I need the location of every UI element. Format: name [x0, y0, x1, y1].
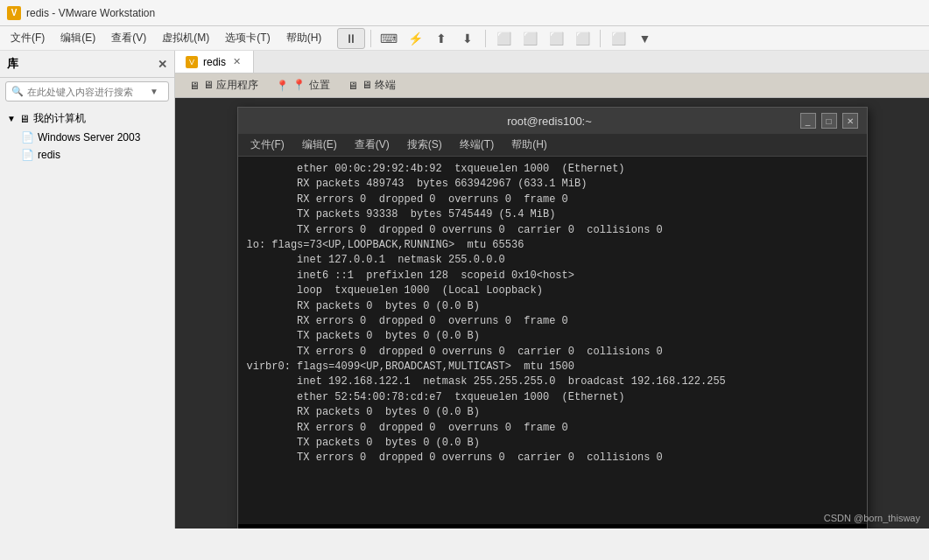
- tree-expand-icon[interactable]: ▼: [7, 114, 16, 123]
- terminal-window: root@redis100:~ _ □ ✕ 文件(F) 编辑(E) 查看(V) …: [237, 107, 868, 528]
- location-label: 📍 位置: [292, 78, 329, 93]
- tab-close-button[interactable]: ✕: [231, 56, 243, 67]
- menu-edit[interactable]: 编辑(E): [53, 28, 102, 48]
- vm-terminal-button[interactable]: 🖥 🖥 终端: [341, 76, 403, 94]
- manage-button[interactable]: ⬜: [544, 27, 568, 50]
- pause-button[interactable]: ⏸: [337, 28, 365, 49]
- tree-root: ▼ 🖥 我的计算机: [0, 108, 174, 129]
- suspend-button[interactable]: ⬆: [429, 27, 454, 50]
- terminal-line: RX packets 0 bytes 0 (0.0 B): [247, 299, 858, 314]
- sidebar-item-label-windows: Windows Server 2003: [38, 131, 140, 144]
- applications-icon: 🖥: [189, 80, 200, 92]
- terminal-window-buttons: _ □ ✕: [800, 113, 858, 129]
- sidebar: 库 ✕ 🔍 ▼ ▼ 🖥 我的计算机 📄 Windows Server 2003 …: [0, 51, 175, 528]
- terminal-line: virbr0: flags=4099<UP,BROADCAST,MULTICAS…: [247, 360, 858, 374]
- snapshot-button[interactable]: ⬜: [491, 27, 516, 50]
- menu-view[interactable]: 查看(V): [104, 28, 153, 48]
- sidebar-title: 库: [7, 56, 18, 72]
- sidebar-header: 库 ✕: [0, 51, 174, 78]
- resume-button[interactable]: ⬇: [455, 27, 480, 50]
- toolbar-sep-1: [370, 30, 371, 47]
- menu-vm[interactable]: 虚拟机(M): [155, 28, 216, 48]
- terminal-menu-help[interactable]: 帮助(H): [506, 136, 552, 154]
- full-screen-button[interactable]: ⬜: [570, 27, 595, 50]
- terminal-line: inet 192.168.122.1 netmask 255.255.255.0…: [247, 374, 858, 389]
- sidebar-close-button[interactable]: ✕: [158, 58, 167, 71]
- terminal-output: ether 00:0c:29:92:4b:92 txqueuelen 1000 …: [238, 157, 867, 524]
- menu-help[interactable]: 帮助(H): [279, 28, 329, 48]
- terminal-menu-terminal[interactable]: 终端(T): [454, 136, 499, 154]
- app-icon: V: [7, 6, 21, 20]
- search-icon: 🔍: [11, 86, 24, 97]
- computer-icon: 🖥: [19, 113, 30, 125]
- tab-vm-icon: V: [186, 56, 198, 68]
- terminal-line: TX errors 0 dropped 0 overruns 0 carrier…: [247, 223, 858, 238]
- toolbar-sep-2: [485, 30, 486, 47]
- send-ctrl-alt-del-button[interactable]: ⌨: [377, 27, 401, 50]
- revert-button[interactable]: ⬜: [517, 27, 542, 50]
- terminal-line: RX packets 489743 bytes 663942967 (633.1…: [247, 177, 858, 192]
- terminal-menu-file[interactable]: 文件(F): [245, 136, 290, 154]
- title-bar: V redis - VMware Workstation: [0, 0, 929, 26]
- applications-label: 🖥 应用程序: [203, 78, 258, 93]
- terminal-title-bar: root@redis100:~ _ □ ✕: [238, 108, 867, 134]
- terminal-close-button[interactable]: ✕: [842, 113, 858, 129]
- terminal-line: inet 127.0.0.1 netmask 255.0.0.0: [247, 253, 858, 268]
- search-input[interactable]: [27, 87, 150, 97]
- my-computer-label: 我的计算机: [33, 111, 86, 126]
- vm-toolbar: 🖥 🖥 应用程序 📍 📍 位置 🖥 🖥 终端: [175, 74, 929, 98]
- unity-button[interactable]: ⬜: [606, 27, 630, 50]
- vm-icon-windows: 📄: [21, 131, 34, 144]
- sidebar-item-windows-server[interactable]: 📄 Windows Server 2003: [0, 129, 174, 146]
- terminal-line: loop txqueuelen 1000 (Local Loopback): [247, 284, 858, 298]
- vm-icon-redis: 📄: [21, 149, 34, 161]
- terminal-menu-view[interactable]: 查看(V): [349, 136, 395, 154]
- watermark: CSDN @born_thisway: [824, 513, 920, 523]
- power-button[interactable]: ⚡: [403, 27, 427, 50]
- vm-location-button[interactable]: 📍 📍 位置: [269, 76, 336, 94]
- terminal-line: TX packets 0 bytes 0 (0.0 B): [247, 436, 858, 451]
- terminal-line: TX packets 93338 bytes 5745449 (5.4 MiB): [247, 207, 858, 222]
- ping-annotation: ping 外网地址: [533, 528, 668, 528]
- terminal-line: ether 52:54:00:78:cd:e7 txqueuelen 1000 …: [247, 390, 858, 405]
- terminal-line: ether 00:0c:29:92:4b:92 txqueuelen 1000 …: [247, 162, 858, 177]
- terminal-title: root@redis100:~: [299, 115, 800, 128]
- tab-label: redis: [203, 56, 226, 68]
- tab-redis[interactable]: V redis ✕: [175, 51, 254, 73]
- terminal-line: RX errors 0 dropped 0 overruns 0 frame 0: [247, 192, 858, 207]
- terminal-line: RX errors 0 dropped 0 overruns 0 frame 0: [247, 421, 858, 436]
- terminal-line: TX errors 0 dropped 0 overruns 0 carrier…: [247, 345, 858, 360]
- content-area: V redis ✕ 🖥 🖥 应用程序 📍 📍 位置 🖥 🖥 终端: [175, 51, 929, 528]
- pause-icon: ⏸: [345, 32, 357, 46]
- terminal-line: RX packets 0 bytes 0 (0.0 B): [247, 405, 858, 420]
- more-button[interactable]: ▼: [632, 27, 657, 50]
- terminal-line: inet6 ::1 prefixlen 128 scopeid 0x10<hos…: [247, 269, 858, 284]
- sidebar-item-redis[interactable]: 📄 redis: [0, 146, 174, 164]
- app-title: redis - VMware Workstation: [26, 7, 155, 19]
- terminal-icon: 🖥: [348, 80, 358, 92]
- vm-applications-button[interactable]: 🖥 🖥 应用程序: [182, 76, 265, 94]
- vm-screen: root@redis100:~ _ □ ✕ 文件(F) 编辑(E) 查看(V) …: [175, 98, 929, 528]
- terminal-menu-edit[interactable]: 编辑(E): [297, 136, 342, 154]
- toolbar-sep-3: [600, 30, 601, 47]
- terminal-cmd-line[interactable]: [root@redis100 ~]# ping 外网地址: [238, 524, 867, 528]
- terminal-label: 🖥 终端: [362, 78, 396, 93]
- terminal-line: lo: flags=73<UP,LOOPBACK,RUNNING> mtu 65…: [247, 238, 858, 253]
- terminal-minimize-button[interactable]: _: [800, 113, 816, 129]
- terminal-line: TX packets 0 bytes 0 (0.0 B): [247, 329, 858, 344]
- terminal-menu-search[interactable]: 搜索(S): [402, 136, 447, 154]
- terminal-line: TX errors 0 dropped 0 overruns 0 carrier…: [247, 451, 858, 466]
- sidebar-item-label-redis: redis: [38, 149, 60, 161]
- terminal-maximize-button[interactable]: □: [821, 113, 837, 129]
- sidebar-tree: ▼ 🖥 我的计算机 📄 Windows Server 2003 📄 redis: [0, 105, 174, 167]
- terminal-line: RX errors 0 dropped 0 overruns 0 frame 0: [247, 314, 858, 329]
- terminal-menu-bar: 文件(F) 编辑(E) 查看(V) 搜索(S) 终端(T) 帮助(H): [238, 134, 867, 157]
- location-icon: 📍: [276, 80, 289, 92]
- menu-file[interactable]: 文件(F): [4, 28, 52, 48]
- main-layout: 库 ✕ 🔍 ▼ ▼ 🖥 我的计算机 📄 Windows Server 2003 …: [0, 51, 929, 528]
- sidebar-search-box[interactable]: 🔍 ▼: [5, 81, 169, 102]
- tab-bar: V redis ✕: [175, 51, 929, 74]
- search-dropdown-icon[interactable]: ▼: [150, 87, 158, 96]
- app-menu-bar: 文件(F) 编辑(E) 查看(V) 虚拟机(M) 选项卡(T) 帮助(H) ⏸ …: [0, 26, 929, 51]
- menu-tabs[interactable]: 选项卡(T): [218, 28, 277, 48]
